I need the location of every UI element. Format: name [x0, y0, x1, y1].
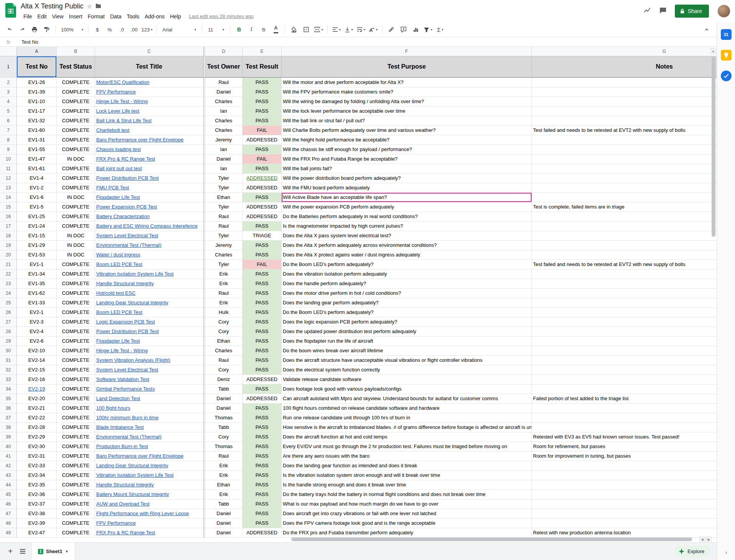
cell-test-purpose[interactable]: Does the electrical system function corr…	[282, 365, 532, 375]
column-header-g[interactable]: G	[532, 47, 717, 56]
cell-notes[interactable]	[532, 279, 717, 289]
scroll-left-arrow[interactable]: ◀	[699, 537, 705, 542]
cell-test-owner[interactable]: Erik	[205, 298, 243, 308]
cell-test-purpose[interactable]: Will the ball link or strut fail / pull …	[282, 116, 532, 126]
cell-test-title[interactable]: Hinge Life Test - Wiring	[95, 97, 203, 107]
test-title-link[interactable]: FRX Pro & RC Range Test	[96, 156, 155, 162]
cell-test-title[interactable]: Flight Performance with Ring Lever Loose	[95, 509, 203, 519]
menu-edit[interactable]: Edit	[35, 13, 49, 20]
filter-button[interactable]: ▾	[422, 25, 434, 34]
cell-test-owner[interactable]: Charles	[205, 346, 243, 356]
cell-test-owner[interactable]: Hulk	[205, 308, 243, 317]
cell-test-result[interactable]: ADDRESSED	[243, 394, 282, 404]
row-header[interactable]: 3	[0, 87, 17, 97]
test-title-link[interactable]: Lock Lever Life test	[96, 108, 139, 114]
cell-test-purpose[interactable]: Do the FRX pro and Futaba transmitter pe…	[282, 528, 532, 538]
row-header[interactable]: 24	[0, 289, 17, 298]
row-header[interactable]: 49	[0, 528, 17, 538]
cell-notes[interactable]	[532, 241, 717, 250]
cell-notes[interactable]	[532, 337, 717, 346]
test-title-link[interactable]: Environmental Test (Thermal)	[96, 434, 161, 440]
cell-test-status[interactable]: COMPLETE	[57, 499, 95, 509]
cell-test-result[interactable]: PASS	[243, 452, 282, 461]
cell-test-purpose[interactable]: Does the landing gear perform adequately…	[282, 298, 532, 308]
font-select[interactable]: Arial▾	[159, 25, 199, 34]
cell-test-result[interactable]: FAIL	[243, 126, 282, 135]
cell-notes[interactable]: Retested with EV3 as EV5 had known senso…	[532, 432, 717, 442]
cell-test-title[interactable]: 100 flight hours	[95, 404, 203, 413]
row-header[interactable]: 16	[0, 212, 17, 222]
insert-comment-button[interactable]	[397, 25, 410, 34]
cell-test-status[interactable]: COMPLETE	[57, 452, 95, 461]
test-title-link[interactable]: FPV Performance	[96, 520, 136, 526]
test-title-link[interactable]: Software Validation Test	[96, 376, 149, 382]
menu-format[interactable]: Format	[85, 13, 107, 20]
cell-test-purpose[interactable]: Will the wiring be damaged by folding / …	[282, 97, 532, 107]
cell-header-test-status[interactable]: Test Status	[57, 56, 95, 78]
cell-test-result[interactable]: PASS	[243, 327, 282, 337]
redo-button[interactable]	[16, 25, 28, 34]
cell-test-title[interactable]: Blade Imbalance Test	[95, 423, 203, 432]
all-sheets-button[interactable]	[17, 546, 28, 557]
cell-notes[interactable]	[532, 193, 717, 202]
cell-test-title[interactable]: FPV Performance	[95, 87, 203, 97]
cell-test-no[interactable]: EV2-19	[17, 384, 57, 394]
cell-test-owner[interactable]: Charles	[205, 126, 243, 135]
test-title-link[interactable]: Production Burn-in Test	[96, 443, 148, 449]
cell-test-owner[interactable]: Ethan	[205, 193, 243, 202]
format-percent-button[interactable]: %	[103, 25, 116, 34]
cell-test-title[interactable]: Water / dust ingress	[95, 250, 203, 260]
cell-notes[interactable]	[532, 145, 717, 154]
cell-notes[interactable]	[532, 231, 717, 241]
cell-test-no[interactable]: EV1-53	[17, 250, 57, 260]
cell-test-owner[interactable]: Deniz	[205, 375, 243, 384]
cell-test-result[interactable]: PASS	[243, 279, 282, 289]
cell-test-no[interactable]: EV2-33	[17, 461, 57, 471]
cell-test-title[interactable]: Ball joint pull out test	[95, 164, 203, 174]
row-header[interactable]: 21	[0, 260, 17, 269]
cell-test-no[interactable]: EV2-22	[17, 413, 57, 423]
cell-test-result[interactable]: PASS	[243, 480, 282, 490]
cell-notes[interactable]	[532, 250, 717, 260]
cell-test-title[interactable]: Battery Mount Structural Integrity	[95, 490, 203, 499]
row-header[interactable]: 48	[0, 519, 17, 528]
cell-test-result[interactable]: ADDRESSED	[243, 174, 282, 183]
cell-test-no[interactable]: EV1-61	[17, 164, 57, 174]
cell-test-owner[interactable]: Daniel	[205, 519, 243, 528]
row-header[interactable]: 9	[0, 145, 17, 154]
cell-test-purpose[interactable]: Will the FPV performance make customers …	[282, 87, 532, 97]
zoom-select[interactable]: 100%▾	[59, 25, 85, 34]
row-header[interactable]: 19	[0, 241, 17, 250]
cell-test-result[interactable]: ADDRESSED	[243, 135, 282, 145]
cell-notes[interactable]	[532, 135, 717, 145]
cell-test-status[interactable]: COMPLETE	[57, 413, 95, 423]
cell-test-status[interactable]: COMPLETE	[57, 289, 95, 298]
row-header[interactable]: 47	[0, 509, 17, 519]
comment-history-icon[interactable]	[660, 7, 666, 15]
select-all-corner[interactable]	[0, 47, 17, 56]
cell-test-purpose[interactable]: Will Charlie Bolts perform adequately ov…	[282, 126, 532, 135]
paint-format-button[interactable]	[41, 25, 53, 34]
cell-test-status[interactable]: COMPLETE	[57, 394, 95, 404]
scroll-up-arrow[interactable]: ▲	[710, 48, 716, 54]
cell-notes[interactable]	[532, 154, 717, 164]
cell-test-title[interactable]: Baro Performance over Flight Envelope	[95, 135, 203, 145]
fill-handle[interactable]	[54, 75, 57, 78]
cell-test-result[interactable]: PASS	[243, 356, 282, 365]
italic-button[interactable]: I	[245, 25, 258, 34]
cell-test-owner[interactable]: Daniel	[205, 154, 243, 164]
test-title-link[interactable]: Power Distribution PCB Test	[96, 328, 159, 334]
test-title-link[interactable]: Ball joint pull out test	[96, 166, 142, 171]
row-header[interactable]: 10	[0, 154, 17, 164]
cell-header-test-purpose[interactable]: Test Purpose	[282, 56, 532, 78]
row-header[interactable]: 13	[0, 183, 17, 193]
cell-test-result[interactable]: PASS	[243, 365, 282, 375]
panel-collapse-arrow[interactable]: ›	[717, 549, 735, 555]
cell-test-no[interactable]: EV2-39	[17, 519, 57, 528]
cell-notes[interactable]	[532, 499, 717, 509]
decrease-decimal-button[interactable]: .0	[116, 25, 128, 34]
cell-test-result[interactable]: PASS	[243, 97, 282, 107]
cell-test-no[interactable]: EV2-1	[17, 308, 57, 317]
cell-notes[interactable]: Retest with new production antenna locat…	[532, 528, 717, 538]
test-title-link[interactable]: FMU PCB Test	[96, 185, 129, 190]
